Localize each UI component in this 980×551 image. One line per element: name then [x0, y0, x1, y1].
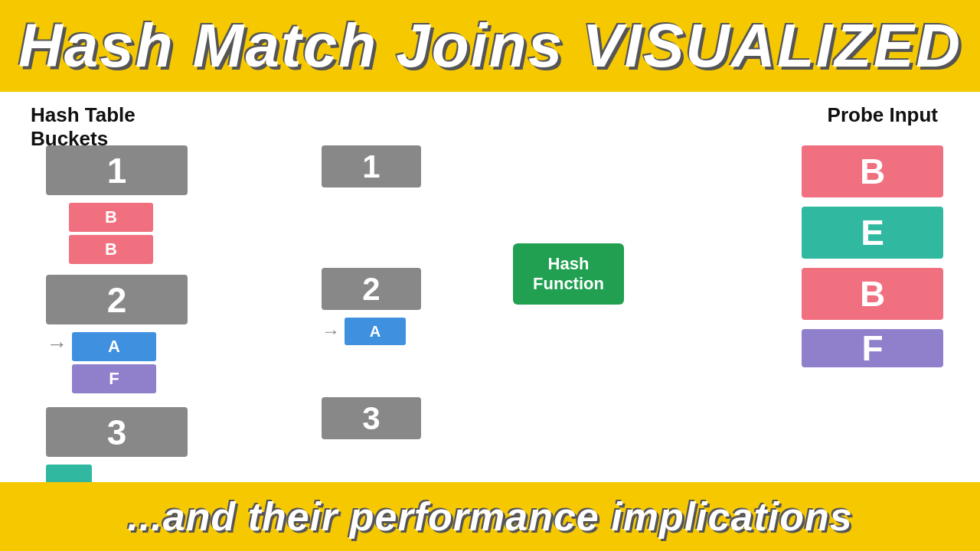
- probe-item-b2: B: [802, 268, 943, 320]
- bucket2-item-a: A: [72, 332, 156, 361]
- bucket1-item-b1: B: [69, 203, 153, 232]
- mid-bucket-1: 1: [322, 145, 421, 187]
- arrow-mid: →: [322, 321, 340, 342]
- mid-bucket-2: 2: [322, 268, 421, 310]
- left-bucket-3-wrapper: 3: [46, 407, 188, 457]
- mid-bucket-3-wrapper: 3: [322, 397, 421, 439]
- middle-bucket-col: 1 2 → A 3: [322, 145, 421, 439]
- hash-function-box: Hash Function: [513, 243, 624, 305]
- left-bucket-col: 1 B B 2 → A F 3: [46, 145, 188, 484]
- main-title: Hash Match Joins VISUALIZED: [18, 15, 962, 77]
- left-bucket-3: 3: [46, 407, 188, 457]
- bottom-title: ...and their performance implications: [127, 494, 852, 540]
- bucket2-items-wrapper: → A F: [46, 332, 188, 396]
- arrow-left: →: [46, 332, 67, 357]
- main-content: Hash TableBuckets Probe Input 1 B B 2 → …: [0, 92, 980, 482]
- top-banner: Hash Match Joins VISUALIZED: [0, 0, 980, 92]
- hash-table-title: Hash TableBuckets: [31, 103, 136, 150]
- mid-bucket2-item-wrapper: → A: [322, 318, 421, 345]
- probe-input-label: Probe Input: [828, 103, 938, 127]
- probe-item-b1: B: [802, 145, 943, 197]
- hash-table-label: Hash TableBuckets: [31, 103, 136, 151]
- bottom-banner: ...and their performance implications: [0, 482, 980, 551]
- bucket1-items: B B: [69, 203, 188, 264]
- hash-function-label: Hash Function: [513, 254, 624, 295]
- mid-bucket2-item-a: A: [345, 318, 406, 345]
- bucket1-item-b2: B: [69, 235, 153, 264]
- probe-item-f: F: [802, 329, 943, 367]
- left-bucket-2-wrapper: 2: [46, 275, 188, 324]
- bucket3-partial: [46, 465, 92, 484]
- probe-input-title: Probe Input: [828, 103, 938, 126]
- probe-item-e: E: [802, 207, 943, 259]
- probe-input-col: B E B F: [802, 145, 943, 377]
- mid-bucket-3: 3: [322, 397, 421, 439]
- bucket2-items: A F: [72, 332, 156, 396]
- bucket2-item-f: F: [72, 364, 156, 393]
- left-bucket-1: 1: [46, 145, 188, 195]
- mid-bucket-2-wrapper: 2: [322, 268, 421, 310]
- left-bucket-2: 2: [46, 275, 188, 324]
